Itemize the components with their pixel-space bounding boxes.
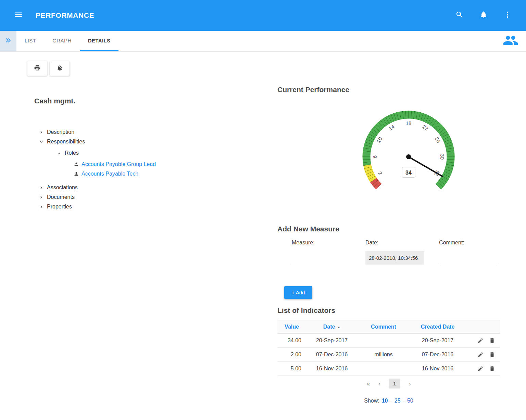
tab-details[interactable]: DETAILS <box>80 31 119 51</box>
next-page-button[interactable]: › <box>409 380 411 387</box>
role-link-label: Accounts Payable Group Lead <box>82 161 156 167</box>
list-of-indicators-heading: List of Indicators <box>277 306 335 315</box>
column-header-created-date[interactable]: Created Date <box>410 320 466 334</box>
tree-item-roles[interactable]: Roles <box>39 148 156 158</box>
column-header-value[interactable]: Value <box>277 320 306 334</box>
edit-button[interactable] <box>477 352 484 358</box>
tree-item-label: Properties <box>47 204 72 210</box>
svg-text:34: 34 <box>405 170 412 176</box>
double-arrow-icon <box>4 36 12 46</box>
cell-date: 07-Dec-2016 <box>306 348 358 362</box>
tree-item-description[interactable]: Description <box>39 127 156 137</box>
edit-button[interactable] <box>477 366 484 372</box>
tree-item-label: Roles <box>65 150 79 156</box>
svg-text:26: 26 <box>434 136 442 144</box>
detail-tree: Description Responsibilities Roles Accou… <box>39 127 156 212</box>
cell-value: 34.00 <box>277 334 306 348</box>
edit-icon <box>477 338 484 344</box>
cell-created-date: 07-Dec-2016 <box>410 348 466 362</box>
tree-item-responsibilities[interactable]: Responsibilities <box>39 137 156 147</box>
date-field: Date: 28-02-2018, 10:34:56 <box>365 240 424 265</box>
svg-text:14: 14 <box>388 124 396 131</box>
comment-label: Comment: <box>439 240 498 246</box>
cell-value: 2.00 <box>277 348 306 362</box>
add-button[interactable]: + Add <box>284 286 312 299</box>
chevron-right-icon <box>39 130 44 135</box>
comment-input[interactable] <box>439 259 498 264</box>
tree-item-properties[interactable]: Properties <box>39 202 156 212</box>
date-input[interactable]: 28-02-2018, 10:34:56 <box>365 251 424 265</box>
cell-comment: millions <box>358 348 410 362</box>
column-header-date[interactable]: Date▲ <box>306 320 358 334</box>
cell-comment <box>358 334 410 348</box>
tree-role-link[interactable]: Accounts Payable Tech <box>39 169 156 179</box>
page-size-50[interactable]: 50 <box>407 398 413 404</box>
cell-comment <box>358 362 410 376</box>
indicators-body: 34.00 20-Sep-2017 20-Sep-2017 2.00 07-De… <box>277 334 500 376</box>
page-size-25[interactable]: 25 <box>394 398 401 404</box>
edit-button[interactable] <box>477 338 484 344</box>
cell-created-date: 20-Sep-2017 <box>410 334 466 348</box>
chevron-right-icon <box>39 195 44 200</box>
indicators-table: Value Date▲ Comment Created Date 34.00 2… <box>277 320 500 376</box>
column-header-actions <box>466 320 500 334</box>
first-page-button[interactable]: « <box>366 380 370 387</box>
person-icon <box>74 171 79 177</box>
print-button[interactable] <box>27 61 47 76</box>
print-icon <box>34 64 41 73</box>
people-button[interactable] <box>503 31 518 51</box>
search-button[interactable] <box>451 7 468 24</box>
add-new-measure-heading: Add New Measure <box>277 225 339 233</box>
tab-graph[interactable]: GRAPH <box>44 31 79 51</box>
comment-field: Comment: <box>439 240 498 265</box>
table-row: 34.00 20-Sep-2017 20-Sep-2017 <box>277 334 500 348</box>
delete-button[interactable] <box>489 338 495 344</box>
previous-page-button[interactable]: ‹ <box>378 380 380 387</box>
delete-icon <box>489 352 495 358</box>
current-performance-heading: Current Performance <box>277 86 349 94</box>
current-page-button[interactable]: 1 <box>389 379 400 389</box>
tree-item-label: Description <box>47 129 74 135</box>
person-icon <box>74 162 79 167</box>
chevron-right-icon <box>39 204 44 209</box>
tree-item-documents[interactable]: Documents <box>39 192 156 202</box>
search-icon <box>455 11 464 20</box>
delete-icon <box>489 338 495 344</box>
measure-input[interactable] <box>292 259 351 264</box>
pagination: « ‹ 1 › <box>277 379 500 389</box>
gauge-chart: 261014182226303434 <box>357 105 460 208</box>
detail-toolbar <box>27 61 70 76</box>
delete-button[interactable] <box>489 352 495 358</box>
mute-notifications-button[interactable] <box>50 61 70 76</box>
chevron-down-icon <box>39 139 44 144</box>
appbar: PERFORMANCE <box>0 0 526 31</box>
mute-notifications-icon <box>57 64 63 73</box>
tree-item-label: Documents <box>47 194 75 200</box>
page-size-10[interactable]: 10 <box>382 398 388 404</box>
notifications-icon <box>479 11 488 20</box>
page-title: Cash mgmt. <box>34 97 75 105</box>
more-menu-button[interactable] <box>499 7 516 24</box>
cell-date: 20-Sep-2017 <box>306 334 358 348</box>
cell-value: 5.00 <box>277 362 306 376</box>
more-vert-icon <box>503 11 512 20</box>
cell-created-date: 16-Nov-2016 <box>410 362 466 376</box>
notifications-button[interactable] <box>475 7 492 24</box>
svg-text:6: 6 <box>372 155 378 158</box>
role-link-label: Accounts Payable Tech <box>82 171 138 177</box>
tree-item-label: Associations <box>47 184 78 191</box>
svg-text:30: 30 <box>439 154 445 160</box>
edit-icon <box>477 366 484 372</box>
delete-button[interactable] <box>489 366 495 372</box>
column-header-comment[interactable]: Comment <box>358 320 410 334</box>
date-label: Date: <box>365 240 424 246</box>
delete-icon <box>489 366 495 372</box>
chevron-down-icon <box>57 151 62 156</box>
tab-list[interactable]: LIST <box>16 31 44 51</box>
expand-panel-button[interactable] <box>0 31 16 51</box>
svg-text:18: 18 <box>406 120 412 126</box>
tree-item-associations[interactable]: Associations <box>39 183 156 192</box>
gauge-container: 261014182226303434 <box>357 105 460 208</box>
menu-button[interactable] <box>10 7 27 24</box>
tree-role-link[interactable]: Accounts Payable Group Lead <box>39 160 156 169</box>
